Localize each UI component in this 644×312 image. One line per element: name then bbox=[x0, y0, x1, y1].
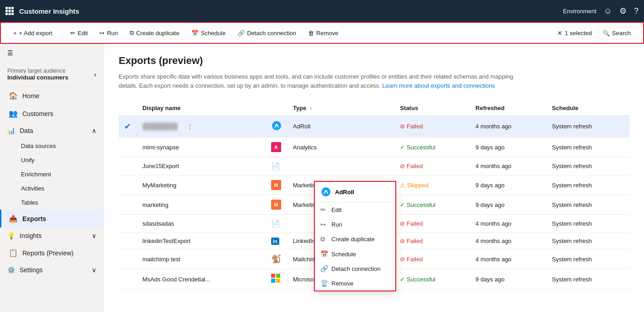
create-duplicate-button[interactable]: ⧉ Create duplicate bbox=[125, 26, 184, 39]
row-refreshed: 9 days ago bbox=[470, 269, 547, 290]
exports-icon: 📤 bbox=[9, 214, 18, 223]
row-checkbox[interactable] bbox=[119, 233, 137, 249]
detach-connection-button[interactable]: 🔗 Detach connection bbox=[232, 27, 301, 39]
col-header-schedule[interactable]: Schedule bbox=[546, 101, 629, 116]
context-menu-detach-connection[interactable]: 🔗 Detach connection bbox=[315, 261, 395, 276]
table-row[interactable]: mimi-synapse A Analytics ✓ Successful 9 … bbox=[119, 137, 629, 157]
user-icon[interactable]: ☺ bbox=[604, 6, 612, 16]
sidebar-item-tables[interactable]: Tables bbox=[0, 196, 104, 210]
microsoft-icon bbox=[271, 276, 280, 284]
settings-icon[interactable]: ⚙ bbox=[619, 6, 627, 16]
row-schedule: System refresh bbox=[546, 137, 629, 157]
data-icon: 📊 bbox=[7, 127, 15, 134]
sidebar-item-settings[interactable]: ⚙️ Settings ∨ bbox=[0, 262, 104, 278]
row-menu-icon[interactable]: ⋮ bbox=[187, 123, 193, 130]
sidebar-item-home[interactable]: 🏠 Home bbox=[0, 87, 104, 105]
add-export-button[interactable]: + + Add export bbox=[8, 27, 58, 39]
hamburger-menu[interactable]: ☰ bbox=[0, 44, 104, 62]
status-success-icon: ✓ Successful bbox=[400, 144, 464, 151]
svg-rect-0 bbox=[5, 7, 8, 9]
svg-rect-4 bbox=[9, 10, 11, 12]
svg-point-10 bbox=[276, 124, 277, 126]
row-type bbox=[288, 157, 395, 175]
close-x-icon[interactable]: ✕ bbox=[557, 30, 562, 37]
context-detach-label: Detach connection bbox=[331, 265, 381, 272]
toolbar-right-actions: ✕ 1 selected 🔍 Search bbox=[557, 27, 636, 39]
col-header-display-name[interactable]: Display name bbox=[137, 101, 266, 116]
row-type-icon: A bbox=[266, 137, 288, 157]
marketing-out-icon: M bbox=[274, 183, 278, 188]
chevron-down-settings-icon: ∨ bbox=[92, 266, 96, 274]
table-row[interactable]: June15Export 📄 ⊘ Failed 4 months ago Sys… bbox=[119, 157, 629, 175]
sidebar-item-unify[interactable]: Unify bbox=[0, 153, 104, 167]
context-schedule-icon: 📅 bbox=[320, 250, 328, 258]
context-menu-schedule[interactable]: 📅 Schedule bbox=[315, 247, 395, 261]
row-type-icon: M bbox=[266, 195, 288, 215]
run-button[interactable]: ↦ Run bbox=[94, 27, 123, 39]
context-duplicate-icon: ⧉ bbox=[320, 235, 328, 243]
row-checkbox[interactable] bbox=[119, 157, 137, 175]
sidebar-item-reports[interactable]: 📋 Reports (Preview) bbox=[0, 244, 104, 262]
analytics-icon: A bbox=[274, 144, 278, 150]
env-label: Environment bbox=[563, 8, 597, 15]
row-checkbox[interactable] bbox=[119, 195, 137, 215]
context-menu-edit[interactable]: ✏ Edit bbox=[315, 202, 395, 217]
learn-more-link[interactable]: Learn more about exports and connections bbox=[382, 82, 495, 89]
svg-rect-11 bbox=[271, 274, 275, 278]
row-status: ⚠ Skipped bbox=[394, 175, 470, 195]
app-grid-icon[interactable] bbox=[5, 7, 14, 15]
row-status: ✓ Successful bbox=[394, 137, 470, 157]
row-type-icon: in bbox=[266, 233, 288, 249]
col-header-status[interactable]: Status bbox=[394, 101, 470, 116]
duplicate-icon: ⧉ bbox=[130, 29, 134, 37]
context-menu-create-duplicate[interactable]: ⧉ Create duplicate bbox=[315, 232, 395, 247]
context-duplicate-label: Create duplicate bbox=[331, 236, 375, 243]
sidebar-item-enrichment[interactable]: Enrichment bbox=[0, 167, 104, 181]
audience-header[interactable]: Primary target audience Individual consu… bbox=[0, 62, 104, 87]
col-header-type[interactable]: Type ↑ bbox=[288, 101, 395, 116]
context-menu: AdRoll ✏ Edit ↦ Run ⧉ Create duplicate 📅… bbox=[314, 181, 396, 291]
svg-rect-14 bbox=[276, 279, 280, 283]
row-name: June15Export bbox=[137, 157, 266, 175]
table-row[interactable]: ✔ ████████ ✏ ⋮ bbox=[119, 116, 629, 137]
col-header-refreshed[interactable]: Refreshed bbox=[470, 101, 547, 116]
context-menu-title: AdRoll bbox=[335, 189, 354, 196]
audience-label: Primary target audience bbox=[7, 68, 68, 74]
row-checkbox[interactable]: ✔ bbox=[119, 116, 137, 137]
row-checkbox[interactable] bbox=[119, 269, 137, 290]
row-checkbox[interactable] bbox=[119, 215, 137, 233]
row-schedule: System refresh bbox=[546, 116, 629, 137]
sidebar-item-activities[interactable]: Activities bbox=[0, 181, 104, 196]
audience-value: Individual consumers bbox=[7, 74, 68, 81]
row-status: ⊘ Failed bbox=[394, 249, 470, 269]
sidebar-item-data-sources[interactable]: Data sources bbox=[0, 139, 104, 153]
remove-button[interactable]: 🗑 Remove bbox=[303, 27, 343, 39]
status-failed-icon: ⊘ Failed bbox=[400, 123, 464, 130]
context-menu-remove[interactable]: 🗑️ Remove bbox=[315, 276, 395, 291]
sidebar-item-settings-label: Settings bbox=[20, 266, 43, 274]
context-schedule-label: Schedule bbox=[331, 251, 356, 258]
status-success-icon: ✓ Successful bbox=[400, 276, 464, 283]
schedule-button[interactable]: 📅 Schedule bbox=[186, 27, 230, 39]
sidebar-item-insights[interactable]: 💡 Insights ∨ bbox=[0, 227, 104, 244]
row-checkbox[interactable] bbox=[119, 175, 137, 195]
context-menu-header: AdRoll bbox=[315, 182, 395, 202]
context-detach-icon: 🔗 bbox=[320, 265, 328, 272]
row-checkbox[interactable] bbox=[119, 137, 137, 157]
search-button[interactable]: 🔍 Search bbox=[597, 27, 636, 39]
sidebar-item-data[interactable]: 📊 Data ∧ bbox=[0, 122, 104, 139]
row-name: MyMarketing bbox=[137, 175, 266, 195]
context-run-label: Run bbox=[331, 221, 342, 228]
status-skipped-icon: ⚠ Skipped bbox=[400, 182, 464, 189]
row-status: ⊘ Failed bbox=[394, 215, 470, 233]
edit-button[interactable]: ✏ Edit bbox=[65, 27, 93, 39]
row-checkbox[interactable] bbox=[119, 249, 137, 269]
sidebar-tables-label: Tables bbox=[21, 199, 38, 206]
sidebar-item-customers[interactable]: 👥 Customers bbox=[0, 105, 104, 122]
row-refreshed: 4 months ago bbox=[470, 233, 547, 249]
context-menu-run[interactable]: ↦ Run bbox=[315, 217, 395, 232]
help-icon[interactable]: ? bbox=[634, 6, 639, 16]
detach-icon: 🔗 bbox=[237, 30, 245, 37]
row-type-icon: 🐒 bbox=[266, 249, 288, 269]
sidebar-item-exports[interactable]: 📤 Exports bbox=[0, 210, 104, 227]
